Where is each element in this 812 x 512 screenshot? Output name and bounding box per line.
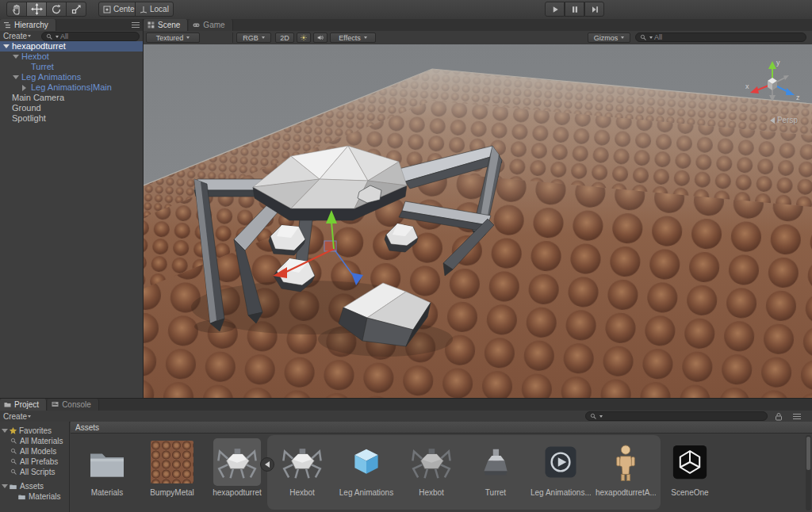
asset-label: SceneOne bbox=[660, 488, 720, 497]
asset-label: hexapodturret bbox=[207, 488, 267, 497]
shading-mode-dropdown[interactable]: Textured bbox=[146, 32, 200, 43]
2d-toggle-label: 2D bbox=[280, 34, 289, 42]
favorite-all-prefabs[interactable]: All Prefabs bbox=[0, 457, 69, 467]
hierarchy-item-turret[interactable]: Turret bbox=[0, 62, 143, 72]
hierarchy-item-spotlight[interactable]: Spotlight bbox=[0, 113, 143, 124]
plane-handle[interactable] bbox=[324, 241, 336, 251]
folder-icon bbox=[9, 482, 17, 491]
asset-label: Turret bbox=[465, 488, 526, 497]
tab-hierarchy[interactable]: Hierarchy bbox=[0, 19, 56, 31]
robot-mesh-icon bbox=[410, 441, 453, 483]
tab-scene[interactable]: Scene bbox=[144, 19, 188, 31]
asset-tile-hexapodturret[interactable]: hexapodturret bbox=[207, 438, 267, 511]
axis-x-label: x bbox=[745, 82, 749, 90]
hierarchy-item-hexapodturret[interactable]: hexapodturret bbox=[0, 41, 143, 52]
hierarchy-item-main-camera[interactable]: Main Camera bbox=[0, 93, 143, 103]
favorite-all-models[interactable]: All Models bbox=[0, 446, 69, 457]
persp-label: Persp bbox=[777, 116, 798, 124]
play-button[interactable] bbox=[545, 2, 565, 17]
scale-tool-button[interactable] bbox=[66, 2, 86, 17]
asset-label: hexapodturretA... bbox=[596, 488, 656, 497]
rotate-icon bbox=[51, 4, 62, 15]
asset-tile-materials[interactable]: Materials bbox=[77, 438, 137, 511]
hierarchy-item-leg-animations[interactable]: Leg Animations bbox=[0, 72, 143, 82]
asset-grid: Materials BumpyMetal hexapodturret Hexbo… bbox=[71, 434, 812, 512]
move-tool-button[interactable] bbox=[26, 2, 47, 17]
space-mode-label: Local bbox=[150, 5, 169, 13]
tab-project[interactable]: Project bbox=[0, 399, 47, 411]
step-button[interactable] bbox=[584, 2, 604, 17]
speaker-icon bbox=[317, 33, 324, 42]
lock-icon[interactable] bbox=[775, 412, 783, 421]
projection-mode-toggle[interactable]: Persp bbox=[770, 116, 798, 124]
scene-viewport[interactable]: y x z Persp bbox=[144, 44, 812, 398]
2d-toggle-button[interactable]: 2D bbox=[275, 32, 294, 43]
hierarchy-search-input[interactable]: All bbox=[41, 32, 140, 41]
hierarchy-create-button[interactable]: Create bbox=[2, 32, 33, 40]
asset-tile-bumpymetal[interactable]: BumpyMetal bbox=[142, 438, 202, 511]
robot-model-icon bbox=[281, 441, 324, 483]
lighting-toggle-button[interactable] bbox=[297, 32, 311, 43]
effects-dropdown[interactable]: Effects bbox=[330, 32, 376, 43]
asset-tile-turret[interactable]: Turret bbox=[465, 438, 526, 511]
render-mode-dropdown[interactable]: RGB bbox=[236, 32, 271, 43]
pause-button[interactable] bbox=[565, 2, 584, 17]
asset-tile-avatar[interactable]: hexapodturretA... bbox=[596, 438, 656, 511]
foldout-open-icon[interactable] bbox=[3, 44, 10, 48]
asset-grid-scrollbar[interactable] bbox=[806, 435, 811, 510]
search-icon bbox=[10, 458, 17, 465]
space-mode-button[interactable]: Local bbox=[135, 2, 174, 17]
foldout-open-icon[interactable] bbox=[13, 55, 19, 59]
gizmos-dropdown[interactable]: Gizmos bbox=[588, 32, 630, 43]
scene-orientation-gizmo[interactable]: y x z bbox=[744, 54, 801, 111]
materials-folder-label: Materials bbox=[29, 491, 61, 502]
scene-search-input[interactable]: All bbox=[635, 32, 806, 42]
hierarchy-item-label: Ground bbox=[12, 103, 41, 113]
search-filter-chevron-icon bbox=[599, 415, 603, 418]
persp-arrow-icon bbox=[770, 117, 775, 124]
materials-folder-row[interactable]: Materials bbox=[0, 491, 69, 502]
search-icon bbox=[10, 468, 17, 476]
asset-tile-leg-animations[interactable]: Leg Animations bbox=[336, 438, 396, 511]
tab-project-label: Project bbox=[14, 400, 39, 409]
rotate-tool-button[interactable] bbox=[46, 2, 67, 17]
asset-tile-hexbot-model[interactable]: Hexbot bbox=[272, 438, 332, 511]
hierarchy-tabstrip: Hierarchy bbox=[0, 19, 143, 32]
hand-tool-button[interactable] bbox=[6, 2, 27, 17]
star-icon bbox=[9, 426, 17, 435]
project-create-button[interactable]: Create bbox=[2, 412, 33, 421]
tab-console[interactable]: Console bbox=[48, 399, 99, 411]
tab-hierarchy-label: Hierarchy bbox=[14, 21, 48, 29]
project-icon bbox=[4, 401, 11, 408]
scrollbar-thumb[interactable] bbox=[806, 437, 810, 470]
assets-folder-row[interactable]: Assets bbox=[0, 481, 69, 491]
create-button-label: Create bbox=[3, 32, 27, 40]
axis-y-label: y bbox=[776, 59, 780, 67]
panel-menu-icon[interactable] bbox=[793, 414, 801, 420]
foldout-open-icon[interactable] bbox=[2, 484, 8, 488]
favorite-all-materials[interactable]: All Materials bbox=[0, 436, 69, 446]
panel-menu-icon[interactable] bbox=[132, 22, 140, 29]
hierarchy-item-ground[interactable]: Ground bbox=[0, 103, 143, 113]
tab-game[interactable]: Game bbox=[189, 19, 232, 31]
tab-console-label: Console bbox=[62, 400, 91, 409]
asset-tile-leg-animations-clip[interactable]: Leg Animations... bbox=[530, 438, 591, 511]
foldout-open-icon[interactable] bbox=[2, 429, 8, 433]
chevron-down-icon bbox=[28, 415, 31, 418]
breadcrumb[interactable]: Assets bbox=[71, 422, 812, 434]
favorite-all-scripts[interactable]: All Scripts bbox=[0, 467, 69, 477]
hierarchy-item-leg-animations-main[interactable]: Leg Animations|Main bbox=[0, 82, 143, 93]
assets-folder-label: Assets bbox=[20, 481, 44, 491]
asset-tile-hexbot-mesh[interactable]: Hexbot bbox=[401, 438, 462, 511]
foldout-closed-icon[interactable] bbox=[22, 85, 26, 91]
foldout-open-icon[interactable] bbox=[13, 75, 19, 79]
sun-icon bbox=[301, 33, 307, 42]
asset-tile-sceneone[interactable]: SceneOne bbox=[660, 438, 720, 511]
favorites-group[interactable]: Favorites bbox=[0, 426, 69, 436]
hand-icon bbox=[11, 4, 22, 15]
audio-toggle-button[interactable] bbox=[313, 32, 327, 43]
hierarchy-item-hexbot[interactable]: Hexbot bbox=[0, 52, 143, 62]
scene-3d-render bbox=[144, 44, 812, 398]
play-icon bbox=[550, 5, 560, 14]
project-search-input[interactable] bbox=[585, 411, 768, 421]
